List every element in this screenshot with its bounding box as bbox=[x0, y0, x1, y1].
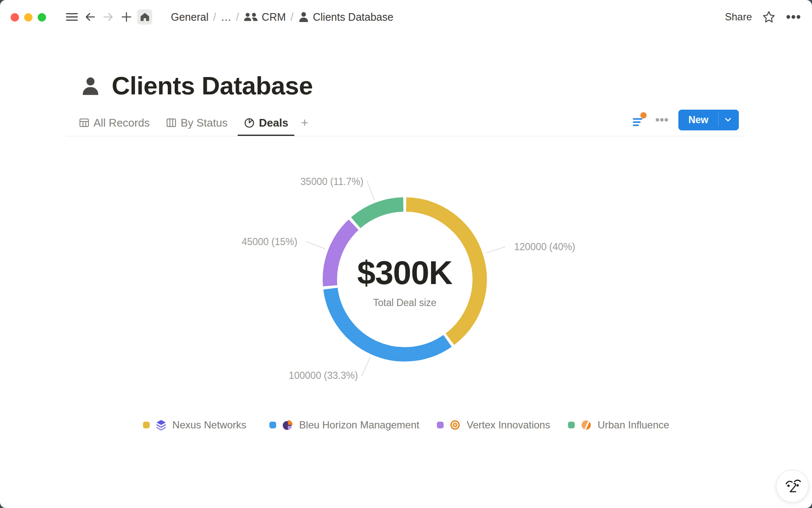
ai-face-icon bbox=[783, 477, 802, 496]
legend-item-vertex-innovations[interactable]: Vertex Innovations bbox=[437, 419, 550, 431]
legend-label: Nexus Networks bbox=[173, 419, 247, 431]
slice-label: 45000 (15%) bbox=[241, 236, 297, 247]
label-leader-line bbox=[367, 181, 374, 200]
legend-swatch bbox=[437, 422, 444, 428]
legend-item-nexus-networks[interactable]: Nexus Networks bbox=[143, 419, 247, 431]
donut-segment-2[interactable] bbox=[330, 225, 354, 286]
label-leader-line bbox=[362, 357, 370, 376]
chart-legend: Nexus Networks Bleu Horizon Management V… bbox=[0, 419, 812, 431]
donut-segment-1[interactable] bbox=[330, 289, 447, 354]
legend-swatch bbox=[143, 422, 150, 428]
donut-chart-svg: 120000 (40%)100000 (33.3%)45000 (15%)350… bbox=[0, 0, 812, 508]
notion-ai-button[interactable] bbox=[776, 470, 809, 502]
bleu-horizon-logo-icon bbox=[282, 419, 294, 431]
legend-item-urban-influence[interactable]: Urban Influence bbox=[568, 419, 669, 431]
slice-label: 35000 (11.7%) bbox=[300, 176, 363, 187]
slice-label: 120000 (40%) bbox=[514, 241, 576, 252]
legend-label: Urban Influence bbox=[598, 419, 669, 431]
legend-swatch bbox=[568, 422, 575, 428]
legend-swatch bbox=[269, 422, 276, 428]
label-leader-line bbox=[306, 241, 326, 249]
donut-segment-3[interactable] bbox=[356, 204, 403, 223]
urban-influence-logo-icon bbox=[580, 419, 592, 431]
legend-label: Bleu Horizon Management bbox=[299, 419, 419, 431]
label-leader-line bbox=[486, 247, 505, 253]
legend-item-bleu-horizon[interactable]: Bleu Horizon Management bbox=[264, 419, 419, 431]
vertex-innovations-logo-icon bbox=[449, 419, 461, 431]
donut-segment-0[interactable] bbox=[406, 204, 480, 339]
legend-label: Vertex Innovations bbox=[466, 419, 550, 431]
app-window: General / … / CRM / bbox=[0, 0, 812, 508]
nexus-networks-logo-icon bbox=[155, 419, 167, 431]
slice-label: 100000 (33.3%) bbox=[289, 370, 358, 381]
